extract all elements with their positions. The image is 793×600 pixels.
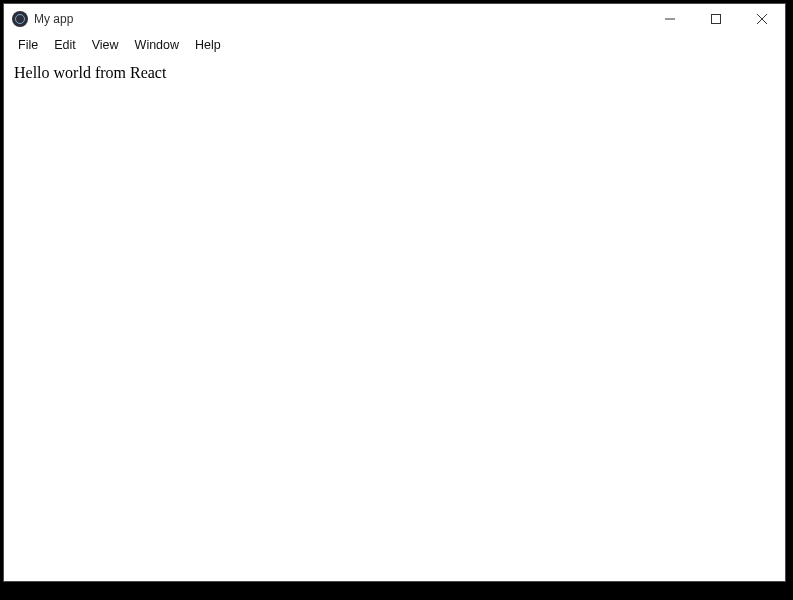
titlebar: My app [4,4,785,34]
close-button[interactable] [739,4,785,34]
svg-rect-1 [712,15,721,24]
minimize-icon [665,14,675,24]
hello-text: Hello world from React [14,64,775,82]
menu-file[interactable]: File [10,36,46,54]
window-controls [647,4,785,34]
menu-view[interactable]: View [84,36,127,54]
menu-help[interactable]: Help [187,36,229,54]
maximize-icon [711,14,721,24]
menubar: File Edit View Window Help [4,34,785,56]
content-area: Hello world from React [4,56,785,581]
app-window: My app File Edit View [3,3,786,582]
close-icon [757,14,767,24]
menu-window[interactable]: Window [127,36,187,54]
minimize-button[interactable] [647,4,693,34]
electron-app-icon [12,11,28,27]
maximize-button[interactable] [693,4,739,34]
menu-edit[interactable]: Edit [46,36,84,54]
window-title: My app [34,12,73,26]
